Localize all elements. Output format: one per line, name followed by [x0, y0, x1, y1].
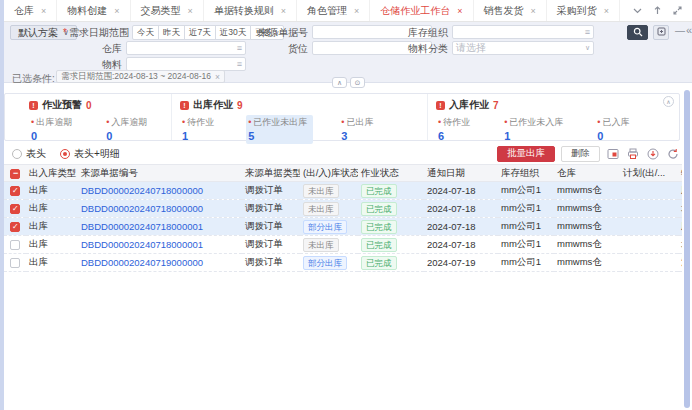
- print-icon[interactable]: [626, 147, 640, 161]
- filter-panel: 默认方案 ∨ *需求日期范围 今天 昨天 近7天 近30天 更多∨ 来源单据号 …: [4, 22, 692, 83]
- tab-warehouse[interactable]: 仓库 ×: [4, 0, 57, 21]
- collapse-filter-button[interactable]: ∧: [332, 77, 347, 88]
- close-icon[interactable]: ×: [604, 6, 609, 16]
- pin-filter-button[interactable]: ⊙: [350, 77, 365, 88]
- close-icon[interactable]: ×: [457, 6, 462, 16]
- radio-icon: [60, 149, 70, 159]
- table-row[interactable]: 出库 DBDD000020240718000000 调拨订单 未出库 已完成 2…: [4, 200, 682, 218]
- collapse-panel-icon[interactable]: «: [686, 24, 692, 36]
- table-row[interactable]: 出库 DBDD000020240718000001 调拨订单 部分出库 已完成 …: [4, 218, 682, 236]
- tab-label: 物料创建: [67, 4, 107, 18]
- job-status-badge: 已完成: [361, 256, 397, 270]
- tab-bar: 仓库 × 物料创建 × 交易类型 × 单据转换规则 × 角色管理 × 仓储作业工…: [4, 0, 692, 22]
- minimize-filter-button[interactable]: —: [675, 25, 685, 36]
- row-checkbox[interactable]: [10, 222, 20, 232]
- stat-inbound-done[interactable]: •已入库 0: [595, 115, 635, 144]
- radio-icon: [12, 149, 22, 159]
- remove-condition-icon[interactable]: ×: [215, 72, 220, 82]
- batch-outbound-button[interactable]: 批量出库: [497, 146, 555, 162]
- row-checkbox[interactable]: [10, 186, 20, 196]
- col-warehouse[interactable]: 仓库: [554, 165, 620, 182]
- material-class-select[interactable]: 请选择 ∨: [452, 41, 594, 55]
- list-picker-icon[interactable]: ≡: [585, 27, 590, 37]
- delete-button[interactable]: 删除: [561, 146, 600, 162]
- material-input[interactable]: ≡: [126, 57, 246, 71]
- doc-no-link[interactable]: DBDD000020240718000000: [81, 203, 203, 214]
- doc-no-link[interactable]: DBDD000020240718000001: [81, 239, 203, 250]
- tab-role-management[interactable]: 角色管理 ×: [297, 0, 370, 21]
- section-count: 0: [86, 100, 92, 111]
- stat-value: 6: [438, 130, 470, 142]
- row-checkbox[interactable]: [10, 258, 20, 268]
- date-today-button[interactable]: 今天: [132, 25, 159, 40]
- table-header-row: 出入库类型 来源单据编号 来源单据类型 (出/入)库状态 作业状态 通知日期 库…: [4, 165, 682, 182]
- date-yesterday-button[interactable]: 昨天: [158, 25, 185, 40]
- stat-value: 0: [597, 130, 629, 142]
- job-stats-panel: ! 作业预警 0 •出库逾期 0 •入库逾期 0 ! 出库作业 9 •待作业 1: [4, 93, 680, 141]
- search-button[interactable]: [627, 25, 648, 40]
- io-status-badge: 部分出库: [303, 256, 347, 270]
- inventory-org-input[interactable]: ≡: [452, 25, 594, 39]
- selected-condition-tag: 需求日期范围:2024-08-13 ~ 2024-08-16 ×: [56, 70, 225, 83]
- select-placeholder: 请选择: [456, 41, 486, 55]
- close-icon[interactable]: ×: [354, 6, 359, 16]
- date-last7-button[interactable]: 近7天: [184, 25, 216, 40]
- tab-material-create[interactable]: 物料创建 ×: [57, 0, 130, 21]
- red-dot-icon: •: [248, 117, 251, 127]
- export-icon[interactable]: [646, 147, 660, 161]
- col-notify-date[interactable]: 通知日期: [424, 165, 498, 182]
- col-plan-qty[interactable]: 计划(出/...: [620, 165, 678, 182]
- collapse-stats-button[interactable]: ∧: [663, 96, 674, 107]
- close-icon[interactable]: ×: [188, 6, 193, 16]
- col-io-type[interactable]: 出入库类型: [26, 165, 78, 182]
- col-inventory-org[interactable]: 库存组织: [498, 165, 554, 182]
- doc-no-link[interactable]: DBDD000020240719000000: [81, 257, 203, 268]
- refresh-icon[interactable]: [666, 147, 680, 161]
- col-io-status[interactable]: (出/入)库状态: [300, 165, 358, 182]
- row-checkbox[interactable]: [10, 240, 20, 250]
- tab-label: 销售发货: [484, 4, 524, 18]
- stat-outbound-pending[interactable]: •待作业 1: [180, 115, 220, 144]
- chevron-down-icon[interactable]: [633, 8, 642, 14]
- stat-inbound-overdue[interactable]: •入库逾期 0: [104, 115, 153, 144]
- radio-header-only[interactable]: 表头: [12, 147, 46, 161]
- col-source-doc-type[interactable]: 来源单据类型: [242, 165, 300, 182]
- tab-purchase-receipt[interactable]: 采购到货 ×: [547, 0, 620, 21]
- selected-conditions-label: 已选条件:: [12, 72, 55, 86]
- table-row[interactable]: 出库 DBDD000020240718000001 调拨订单 未出库 已完成 2…: [4, 236, 682, 254]
- stat-worked-not-outbound[interactable]: •已作业未出库 5: [246, 115, 313, 144]
- tab-sales-delivery[interactable]: 销售发货 ×: [474, 0, 547, 21]
- tab-transaction-type[interactable]: 交易类型 ×: [131, 0, 204, 21]
- close-icon[interactable]: ×: [41, 6, 46, 16]
- close-icon[interactable]: ×: [281, 6, 286, 16]
- stat-outbound-overdue[interactable]: •出库逾期 0: [29, 115, 78, 144]
- doc-no-link[interactable]: DBDD000020240718000001: [81, 221, 203, 232]
- radio-header-detail[interactable]: 表头+明细: [60, 147, 120, 161]
- table-row[interactable]: 出库 DBDD000020240719000000 调拨订单 部分出库 已完成 …: [4, 254, 682, 272]
- table-row[interactable]: 出库 DBDD000020240718000000 调拨订单 未出库 已完成 2…: [4, 182, 682, 200]
- close-icon[interactable]: ×: [531, 6, 536, 16]
- save-scheme-button[interactable]: [653, 25, 669, 40]
- expand-icon[interactable]: [673, 6, 682, 15]
- tab-warehouse-workbench[interactable]: 仓储作业工作台 ×: [370, 0, 473, 21]
- table-config-icon[interactable]: [606, 147, 620, 161]
- stat-outbound-done[interactable]: •已出库 3: [339, 115, 379, 144]
- col-job-status[interactable]: 作业状态: [358, 165, 424, 182]
- col-source-doc-no[interactable]: 来源单据编号: [78, 165, 242, 182]
- list-picker-icon[interactable]: ≡: [237, 59, 242, 69]
- warehouse-input[interactable]: ≡: [126, 41, 246, 55]
- col-material-name[interactable]: 物料名: [678, 165, 682, 182]
- stat-worked-not-inbound[interactable]: •已作业未入库 1: [502, 115, 569, 144]
- tab-label: 采购到货: [557, 4, 597, 18]
- tab-doc-convert-rule[interactable]: 单据转换规则 ×: [204, 0, 297, 21]
- row-checkbox[interactable]: [10, 204, 20, 214]
- doc-no-link[interactable]: DBDD000020240718000000: [81, 185, 203, 196]
- select-all-checkbox[interactable]: [10, 169, 20, 179]
- stat-inbound-pending[interactable]: •待作业 6: [436, 115, 476, 144]
- stat-value: 5: [248, 130, 307, 142]
- close-icon[interactable]: ×: [114, 6, 119, 16]
- vertical-scrollbar[interactable]: [684, 90, 690, 408]
- share-up-icon[interactable]: [653, 6, 662, 15]
- section-count: 7: [493, 100, 499, 111]
- alert-icon: !: [29, 101, 38, 110]
